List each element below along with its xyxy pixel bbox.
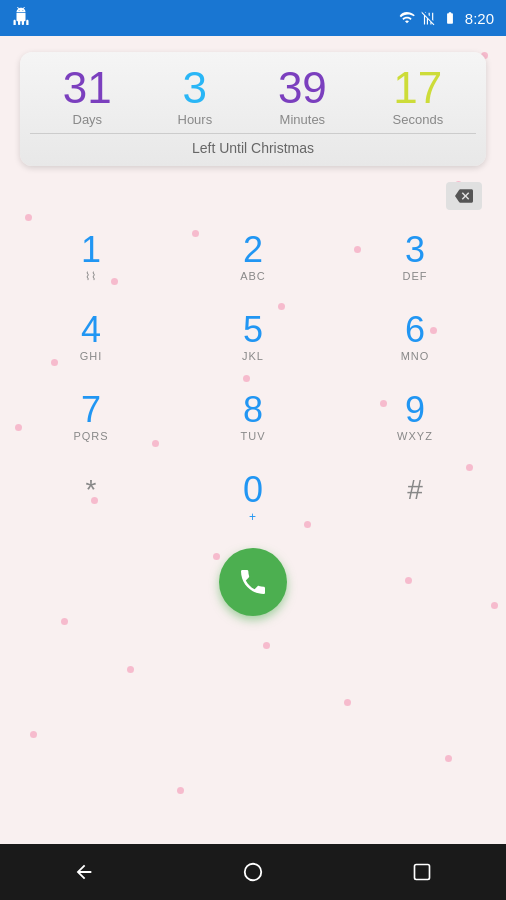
status-icons: 8:20 bbox=[399, 10, 494, 27]
countdown-title: Left Until Christmas bbox=[30, 133, 476, 156]
recents-button[interactable] bbox=[402, 852, 442, 892]
dial-key-4[interactable]: 4 GHI bbox=[10, 298, 172, 378]
countdown-minutes: 39 Minutes bbox=[278, 66, 327, 127]
dialpad-area: 1 ⌇⌇ 2 ABC 3 DEF 4 GHI 5 JKL 6 MNO bbox=[0, 178, 506, 632]
backspace-button[interactable] bbox=[446, 182, 482, 210]
dial-key-hash[interactable]: # bbox=[334, 458, 496, 538]
nav-bar bbox=[0, 844, 506, 900]
backspace-row bbox=[0, 178, 506, 218]
countdown-seconds: 17 Seconds bbox=[393, 66, 444, 127]
dial-key-6[interactable]: 6 MNO bbox=[334, 298, 496, 378]
call-button-row bbox=[0, 538, 506, 632]
dial-key-1[interactable]: 1 ⌇⌇ bbox=[10, 218, 172, 298]
dialpad-grid: 1 ⌇⌇ 2 ABC 3 DEF 4 GHI 5 JKL 6 MNO bbox=[0, 218, 506, 538]
dial-key-3[interactable]: 3 DEF bbox=[334, 218, 496, 298]
dial-key-5[interactable]: 5 JKL bbox=[172, 298, 334, 378]
status-bar: 8:20 bbox=[0, 0, 506, 36]
call-button[interactable] bbox=[219, 548, 287, 616]
dial-key-8[interactable]: 8 TUV bbox=[172, 378, 334, 458]
countdown-widget: 31 Days 3 Hours 39 Minutes 17 Seconds Le… bbox=[20, 52, 486, 166]
back-button[interactable] bbox=[64, 852, 104, 892]
status-time: 8:20 bbox=[465, 10, 494, 27]
dial-key-9[interactable]: 9 WXYZ bbox=[334, 378, 496, 458]
dial-key-0[interactable]: 0 + bbox=[172, 458, 334, 538]
svg-rect-1 bbox=[414, 865, 429, 880]
countdown-hours: 3 Hours bbox=[178, 66, 213, 127]
countdown-days: 31 Days bbox=[63, 66, 112, 127]
home-button[interactable] bbox=[233, 852, 273, 892]
svg-point-0 bbox=[245, 864, 262, 881]
dial-key-7[interactable]: 7 PQRS bbox=[10, 378, 172, 458]
dial-key-2[interactable]: 2 ABC bbox=[172, 218, 334, 298]
dial-key-star[interactable]: * bbox=[10, 458, 172, 538]
android-icon bbox=[12, 7, 30, 29]
countdown-numbers: 31 Days 3 Hours 39 Minutes 17 Seconds bbox=[30, 66, 476, 127]
